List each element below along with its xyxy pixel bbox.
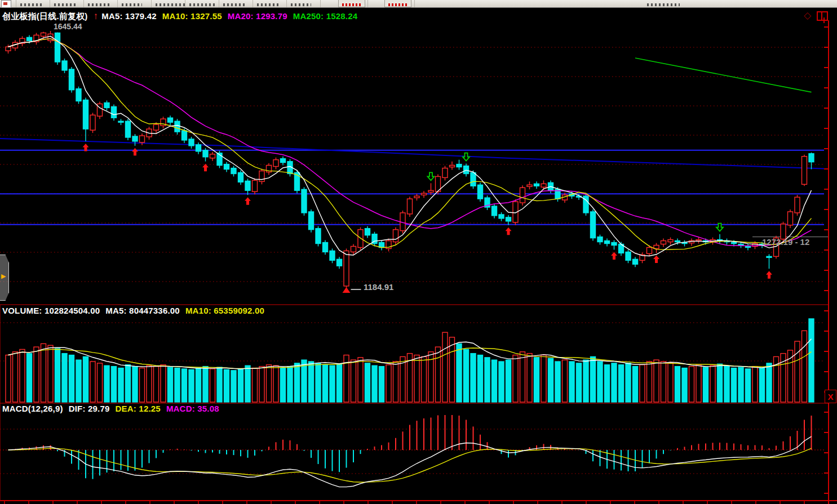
candle-body (90, 115, 95, 130)
candle-body (253, 180, 258, 191)
trend-line-blue (0, 139, 824, 169)
candle-body (132, 136, 138, 141)
volume-bar (83, 356, 88, 402)
candle-body (154, 124, 159, 130)
candle-body (450, 166, 455, 167)
volume-bar (450, 337, 455, 402)
ma10-value: MA10: 1327.55 (162, 11, 222, 21)
candle-body (668, 240, 673, 242)
buy-arrow-icon (506, 228, 512, 235)
volume-bar (393, 362, 398, 402)
volume-bar (34, 347, 39, 402)
volume-bar (48, 345, 53, 402)
volume-bar (90, 362, 95, 402)
toolbar-clipped-label (647, 3, 680, 6)
volume-bar (126, 365, 131, 402)
candle-body (802, 157, 807, 185)
candle-body (471, 172, 476, 186)
candle-body (591, 212, 596, 238)
volume-bar (478, 355, 483, 402)
volume-bar (647, 362, 652, 402)
volume-bar (767, 363, 772, 402)
toolbar-separator (151, 0, 152, 7)
candle-body (767, 256, 772, 257)
toolbar-separator (50, 0, 50, 7)
volume-bar (802, 331, 807, 402)
volume-bar (492, 360, 497, 402)
sell-arrow-icon (463, 153, 470, 161)
ma10-line (8, 39, 812, 250)
dea-value: DEA: 12.25 (116, 404, 161, 413)
volume-bar (563, 360, 568, 402)
candle-body (344, 251, 349, 286)
volume-bar (351, 360, 356, 402)
volume-bar (654, 360, 659, 402)
volume-bar (534, 358, 539, 402)
candle-body (41, 33, 46, 36)
chart-canvas[interactable] (0, 7, 837, 504)
candle-body (478, 185, 483, 199)
buy-arrow-icon (202, 164, 209, 172)
macd-pane-header: MACD(12,26,9)DIF: 29.79DEA: 12.25MACD: 3… (2, 404, 225, 413)
toolbar-clipped-label (20, 3, 44, 6)
volume-bar (710, 365, 715, 402)
diamond-icon[interactable]: ◇ (804, 10, 811, 21)
macd-params: MACD(12,26,9) (2, 404, 63, 413)
candle-body (408, 199, 413, 214)
split-window-icon[interactable] (817, 11, 828, 21)
volume-bar (175, 368, 180, 402)
panel-expand-handle[interactable]: ▶ (0, 255, 9, 301)
sell-arrow-icon (428, 172, 435, 180)
volume-bar (273, 365, 278, 402)
volume-bar (422, 356, 427, 402)
ma5-value: MA5: 1379.42 (101, 11, 156, 21)
volume-bar (112, 367, 117, 402)
candle-body (428, 190, 433, 192)
volume-bar (527, 354, 532, 402)
macd-close-button[interactable]: X (825, 390, 836, 403)
candle-body (27, 37, 32, 41)
candle-body (696, 240, 701, 241)
volume-bar (520, 352, 525, 402)
trough-marker (343, 287, 351, 293)
app-icon-glyph (3, 2, 7, 5)
candle-body (457, 164, 462, 167)
volume-bar (203, 367, 208, 402)
volume-ma5-value: MA5: 80447336.00 (105, 306, 180, 315)
candle-body (647, 247, 652, 253)
volume-bar (267, 365, 272, 402)
volume-bar (316, 363, 321, 402)
volume-bar (161, 365, 166, 402)
split-descender (823, 17, 825, 23)
toolbar-button[interactable] (384, 0, 411, 7)
toolbar-clipped-label (189, 3, 215, 6)
candle-body (520, 188, 525, 203)
candle-body (337, 259, 342, 266)
volume-bar (372, 365, 377, 402)
volume-bar (732, 368, 737, 402)
volume-bar (6, 355, 11, 402)
volume-bar (633, 367, 638, 402)
candle-body (654, 245, 659, 248)
volume-bar (132, 367, 138, 402)
volume-bar (668, 363, 673, 402)
volume-bar (189, 369, 194, 402)
buy-arrow-icon (766, 271, 772, 279)
volume-bar (485, 358, 490, 402)
volume-bar (323, 365, 328, 402)
candle-body (126, 121, 131, 137)
candle-body (330, 251, 335, 260)
volume-bar (612, 363, 617, 402)
ma250-value: MA250: 1528.24 (293, 11, 358, 21)
candle-body (499, 215, 504, 218)
volume-bar (457, 344, 462, 402)
toolbar-button[interactable] (338, 0, 365, 7)
volume-bar (253, 368, 258, 402)
price-level-tag: 1272.19 - 12 (762, 237, 809, 247)
app-icon[interactable] (1, 0, 11, 8)
volume-bar (682, 368, 687, 402)
candle-body (62, 61, 67, 70)
candle-body (506, 217, 511, 221)
volume-bar (555, 362, 560, 402)
volume-bar (597, 362, 603, 402)
